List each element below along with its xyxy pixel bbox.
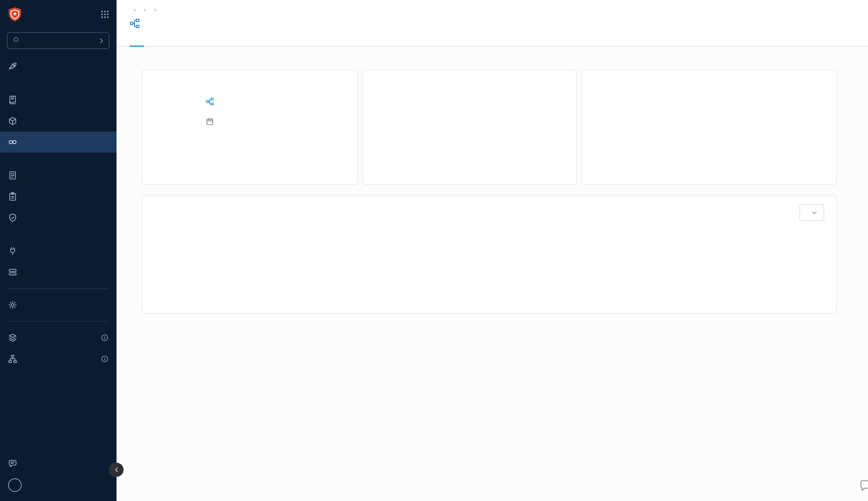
trend-legend-passed [468, 304, 482, 305]
severity-item [651, 90, 709, 116]
breakdown-legend-swatch [472, 115, 481, 118]
calendar-icon [206, 118, 214, 126]
info-icon[interactable] [101, 355, 108, 363]
general-information-card [142, 70, 358, 185]
clipboard-icon [8, 192, 17, 201]
yaml-workflow-icon [206, 97, 214, 106]
tab-overview[interactable] [129, 36, 144, 46]
breadcrumb-separator: › [134, 6, 136, 14]
severity-item [709, 90, 767, 116]
sidebar-item-compliance[interactable] [0, 165, 116, 186]
severity-pill [773, 95, 781, 98]
breadcrumb-separator: › [144, 6, 146, 14]
name-row [153, 97, 346, 106]
tab-risk-compliance[interactable] [149, 36, 163, 46]
avatar [8, 478, 22, 492]
breadcrumb: › › › [129, 6, 855, 14]
sidebar-item-pipelines[interactable] [0, 262, 116, 283]
layers-icon [8, 333, 17, 342]
sidebar-item-organization-settings[interactable] [0, 348, 116, 370]
severity-bar [593, 90, 595, 116]
cube-icon [8, 116, 17, 126]
repository-icon [8, 95, 17, 104]
chevron-down-icon [811, 210, 818, 216]
yaml-workflow-icon [129, 18, 140, 29]
severity-pill [715, 95, 722, 98]
info-icon[interactable] [101, 334, 108, 341]
breakdown-legend-swatch [472, 127, 481, 130]
sidebar-item-get-started[interactable] [0, 56, 116, 77]
infinity-cicd-icon [8, 138, 17, 147]
sidebar-item-account-settings[interactable] [0, 327, 116, 348]
page-content [116, 46, 868, 501]
app-logo-shield-icon [7, 7, 23, 22]
evaluation-breakdown-card [362, 70, 577, 185]
evaluation-trend-card [142, 195, 837, 314]
sidebar-collapse-handle[interactable] [109, 463, 124, 477]
page-header: › › › [116, 0, 868, 46]
trend-legend [154, 304, 824, 307]
severity-item [593, 90, 651, 116]
pipelines-icon [8, 268, 17, 277]
trend-legend-swatch [497, 304, 506, 305]
shield-check-icon [8, 213, 17, 222]
last-evaluation-row [153, 118, 346, 126]
severity-bar [767, 90, 769, 116]
chat-bubble-icon [8, 459, 17, 468]
risk-compliance-issues-card [582, 70, 837, 185]
severity-bar [651, 90, 653, 116]
tab-bar [129, 36, 855, 46]
sidebar-item-project-settings[interactable] [0, 294, 116, 316]
tab-actions[interactable] [168, 36, 182, 46]
rocket-icon [8, 62, 17, 71]
breadcrumb-separator: › [154, 6, 156, 14]
project-cube-icon [13, 37, 19, 42]
severity-pill [599, 95, 606, 98]
user-profile[interactable] [0, 474, 116, 497]
support-chat-icon[interactable] [859, 479, 868, 492]
sidebar-bottom [0, 453, 116, 501]
sidebar-item-cicd[interactable] [0, 131, 116, 153]
app-root: › › › [0, 0, 868, 501]
sidebar-nav [0, 50, 116, 370]
divider [8, 288, 108, 289]
sidebar-item-rule-definitions[interactable] [0, 186, 116, 207]
gear-icon [8, 300, 17, 309]
severity-bar [709, 90, 711, 116]
sidebar-item-help[interactable] [0, 453, 116, 474]
sidebar-item-integrations[interactable] [0, 241, 116, 262]
org-hierarchy-icon [8, 354, 17, 363]
sidebar-item-remediation-tracker[interactable] [0, 207, 116, 228]
severity-pill [657, 95, 665, 98]
trend-legend-swatch [468, 304, 477, 305]
legend-row-failed [472, 127, 526, 130]
app-switcher-grid-icon[interactable] [101, 10, 109, 19]
trend-chart [154, 227, 306, 303]
main-area: › › › [116, 0, 868, 501]
date-range-select[interactable] [799, 204, 824, 221]
plug-icon [8, 246, 17, 256]
sidebar [0, 0, 116, 501]
document-icon [8, 171, 17, 180]
divider [8, 321, 108, 322]
project-selector[interactable] [7, 32, 109, 49]
severity-item [767, 90, 825, 116]
trend-legend-failed [497, 304, 510, 305]
donut-chart [378, 87, 449, 158]
sidebar-item-code-repositories[interactable] [0, 89, 116, 110]
chevron-right-icon [98, 37, 105, 44]
legend-row-passed [472, 115, 526, 118]
severity-row [593, 90, 825, 116]
sidebar-header [0, 0, 116, 26]
sidebar-item-artifacts[interactable] [0, 110, 116, 131]
